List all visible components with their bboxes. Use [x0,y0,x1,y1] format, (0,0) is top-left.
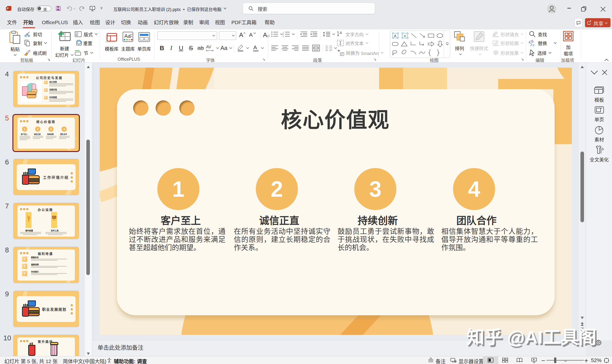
svg-text:Aa: Aa [124,33,131,39]
svg-text:c: c [533,43,534,47]
svg-text:A: A [403,35,407,37]
svg-text:A: A [394,34,396,38]
svg-text:A: A [253,44,257,51]
svg-text:AV: AV [206,45,211,49]
svg-text:P: P [7,7,9,10]
svg-text:A: A [340,31,342,35]
svg-text:3: 3 [283,35,284,37]
